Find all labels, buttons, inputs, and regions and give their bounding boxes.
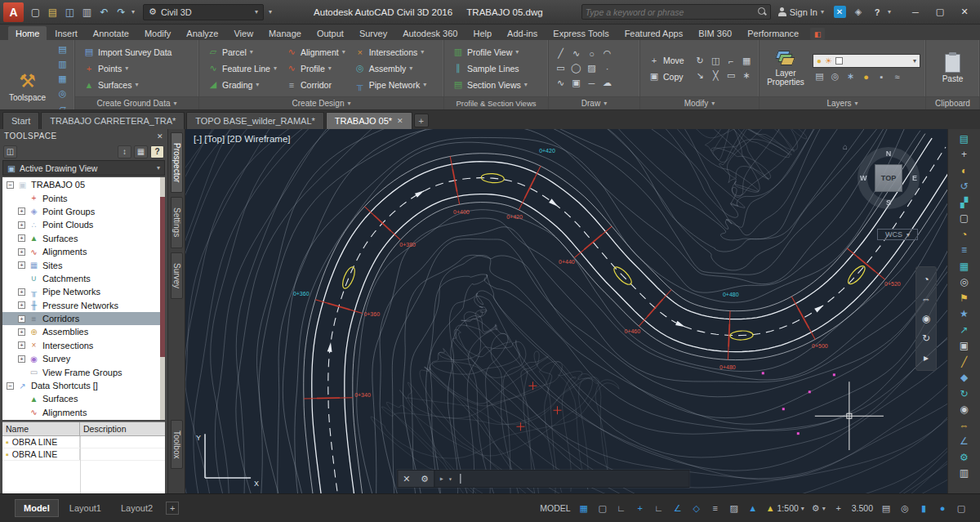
properties-icon[interactable]: ▤ <box>56 42 69 56</box>
tool-palettes-icon[interactable]: ▥ <box>56 57 69 70</box>
close-button[interactable]: ✕ <box>952 2 977 22</box>
workspace-extra-caret-icon[interactable]: ▾ <box>269 8 275 16</box>
tree-expander-icon[interactable]: − <box>7 181 14 189</box>
model-space-toggle-button[interactable]: MODEL <box>537 499 573 517</box>
copy-button[interactable]: ▣Copy <box>645 69 688 84</box>
tree-item-alignments[interactable]: +∿Alignments <box>2 245 160 258</box>
workspace-gear-icon[interactable]: ⚙▾ <box>808 499 829 517</box>
intersections-button[interactable]: ×Intersections▾ <box>351 45 430 60</box>
scale-icon[interactable]: ↘ <box>693 69 707 83</box>
layers-panel-title[interactable]: Layers▾ <box>760 96 925 109</box>
tree-expander-icon[interactable]: + <box>18 315 25 323</box>
side-tab-toolbox[interactable]: Toolbox <box>171 420 183 469</box>
surfaces-button[interactable]: ▲Surfaces▾ <box>80 78 175 92</box>
section-views-button[interactable]: ▤Section Views▾ <box>449 78 531 92</box>
lineweight-display-icon[interactable]: ≡ <box>706 499 724 517</box>
help-caret-icon[interactable]: ▾ <box>888 8 894 16</box>
ribbon-tab-analyze[interactable]: Analyze <box>179 26 225 40</box>
draw-panel-title[interactable]: Draw▾ <box>549 96 639 109</box>
tree-item-data-shortcuts[interactable]: −↗Data Shortcuts [] <box>2 379 160 392</box>
mirror-icon[interactable]: ◫ <box>709 55 723 68</box>
communication-center-icon[interactable]: ◈ <box>850 4 866 20</box>
layout-tab-layout1[interactable]: Layout1 <box>60 499 110 517</box>
drawing-viewport[interactable]: 0+3400+3600+3600+3800+4000+4200+4200+440… <box>185 129 947 493</box>
file-tab-topo-base-wilder-ramal[interactable]: TOPO BASE_wilder_RAMAL* <box>186 112 324 129</box>
ribbon-tab-annotate[interactable]: Annotate <box>86 26 136 40</box>
feature-line-button[interactable]: ∿Feature Line▾ <box>204 61 280 76</box>
ribbon-tab-express-tools[interactable]: Express Tools <box>546 26 616 40</box>
ortho-mode-icon[interactable]: ∟ <box>650 499 668 517</box>
circle-icon[interactable]: ○ <box>585 47 599 60</box>
search-icon[interactable] <box>758 7 767 16</box>
palette-table-icon[interactable]: ▦ <box>951 258 978 274</box>
model-space-canvas[interactable]: 0+3400+3600+3600+3800+4000+4200+4200+440… <box>185 129 947 493</box>
toolspace-refresh-icon[interactable]: ↕ <box>118 145 131 158</box>
ribbon-options-icon[interactable]: ◧ <box>810 28 825 40</box>
infer-constraints-icon[interactable]: ∟ <box>612 499 630 517</box>
maximize-button[interactable]: ▢ <box>928 2 952 22</box>
palette-add-icon[interactable]: + <box>951 147 978 163</box>
ribbon-tab-output[interactable]: Output <box>310 26 351 40</box>
help-button[interactable]: ? <box>869 4 885 20</box>
clipboard-panel-title[interactable]: Clipboard <box>926 96 979 109</box>
tree-expander-icon[interactable]: + <box>18 355 25 363</box>
ribbon-tab-help[interactable]: Help <box>466 26 499 40</box>
search-input[interactable] <box>586 7 755 17</box>
grading-button[interactable]: ◢Grading▾ <box>204 78 280 92</box>
create-design-panel-title[interactable]: Create Design▾ <box>199 96 443 109</box>
tree-expander-icon[interactable]: + <box>18 261 25 269</box>
layer-off-icon[interactable]: ● <box>859 70 873 83</box>
layout-tab-model[interactable]: Model <box>15 499 59 517</box>
xline-icon[interactable]: ─ <box>585 77 599 90</box>
palette-undo-icon[interactable]: ↺ <box>951 179 978 195</box>
file-tab-trabajo-carretera-tra[interactable]: TRABAJO CARRETERA_TRA* <box>41 112 185 129</box>
palette-flag-icon[interactable]: ⚑ <box>951 290 978 306</box>
grid-row[interactable]: ▪OBRA LINE <box>2 436 165 448</box>
viewcube-south[interactable]: S <box>886 199 891 207</box>
line-icon[interactable]: ╱ <box>554 47 568 60</box>
palette-cells-icon[interactable]: ▥ <box>951 466 978 482</box>
toolspace-panorama-icon[interactable]: ▦ <box>134 145 148 158</box>
active-drawing-view-select[interactable]: ▣ Active Drawing View ▾ <box>2 160 165 176</box>
toolspace-pin-icon[interactable]: ◫ <box>3 145 17 158</box>
toolspace-help-icon[interactable]: ? <box>150 145 164 158</box>
point-icon[interactable]: · <box>600 62 614 75</box>
side-tab-prospector[interactable]: Prospector <box>171 132 183 193</box>
pan-icon[interactable]: ⇔ <box>917 289 935 309</box>
tree-item-view-frame-groups[interactable]: ▭View Frame Groups <box>2 365 160 378</box>
ribbon-tab-home[interactable]: Home <box>8 26 47 40</box>
tree-expander-icon[interactable]: + <box>18 221 25 229</box>
file-tab-trabajo-05[interactable]: TRABAJO 05*✕ <box>326 112 412 129</box>
viewcube-east[interactable]: E <box>912 174 917 182</box>
clean-screen-icon[interactable]: ▢ <box>952 499 970 517</box>
tree-item-pressure-networks[interactable]: +╫Pressure Networks <box>2 299 160 312</box>
viewcube-home-icon[interactable]: ⌂ <box>843 142 848 151</box>
tree-item-surfaces[interactable]: +▲Surfaces <box>2 232 160 245</box>
assembly-button[interactable]: ◎Assembly▾ <box>351 61 430 76</box>
layer-lock-icon[interactable]: ▪ <box>875 70 889 83</box>
zoom-icon[interactable]: ◉ <box>917 309 935 328</box>
corridor-button[interactable]: ≡Corridor <box>283 78 349 92</box>
tree-expander-icon[interactable]: + <box>18 207 25 215</box>
toolspace-close-icon[interactable]: ✕ <box>157 132 163 141</box>
help-search[interactable] <box>581 4 771 20</box>
ribbon-tab-view[interactable]: View <box>226 26 261 40</box>
ribbon-tab-survey[interactable]: Survey <box>352 26 394 40</box>
undo-icon[interactable]: ↶ <box>96 4 112 20</box>
palette-square-icon[interactable]: ▣ <box>951 338 978 355</box>
viewcube-west[interactable]: W <box>860 174 867 182</box>
transparency-icon[interactable]: ▨ <box>725 499 743 517</box>
palette-swap-icon[interactable]: ⇔ <box>951 417 978 434</box>
new-drawing-tab-button[interactable]: + <box>414 114 429 127</box>
grid-display-icon[interactable]: ▦ <box>575 499 593 517</box>
profile-view-button[interactable]: ▥Profile View▾ <box>449 45 531 60</box>
recent-commands-icon[interactable]: ▸ <box>439 474 444 484</box>
layer-match-icon[interactable]: ≈ <box>890 70 904 83</box>
palette-dot-icon[interactable]: ◉ <box>951 402 978 418</box>
palette-hatch-icon[interactable]: ▞ <box>951 194 978 211</box>
tree-expander-icon[interactable]: + <box>18 328 25 336</box>
ribbon-tab-insert[interactable]: Insert <box>47 26 85 40</box>
side-tab-survey[interactable]: Survey <box>171 252 183 299</box>
command-input[interactable]: ▸ ▾ <box>434 471 688 487</box>
tree-expander-icon[interactable]: + <box>18 301 25 309</box>
